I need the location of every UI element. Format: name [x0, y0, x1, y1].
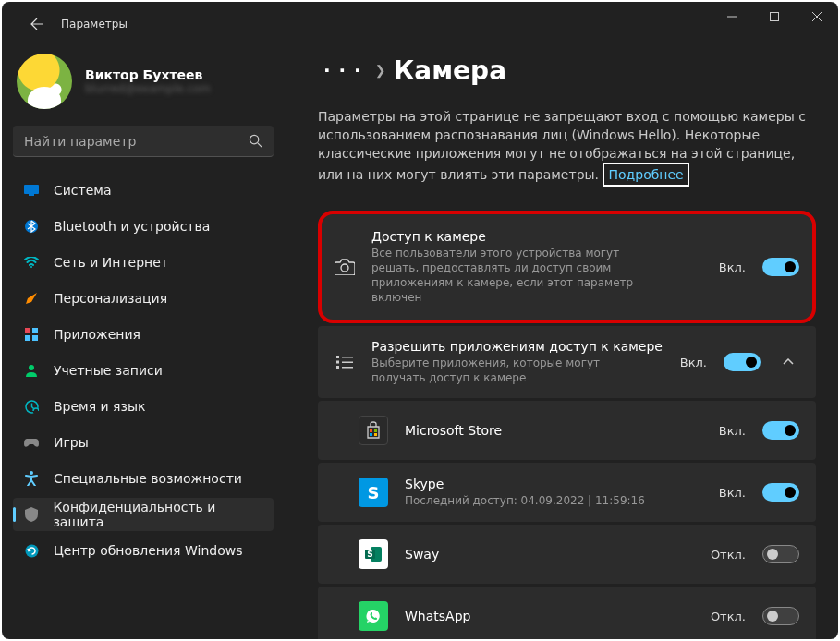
search-input[interactable]: [24, 134, 249, 149]
nav-bluetooth[interactable]: Bluetooth и устройства: [13, 210, 274, 243]
svg-rect-6: [25, 328, 30, 333]
app-row-store[interactable]: Microsoft Store Вкл.: [318, 401, 816, 460]
apps-icon: [24, 327, 39, 342]
svg-point-13: [30, 471, 33, 475]
nav-system[interactable]: Система: [13, 174, 274, 207]
nav-label: Персонализация: [54, 291, 167, 306]
toggle-app-sway[interactable]: [762, 545, 799, 563]
toggle-app-store[interactable]: [762, 421, 799, 440]
app-name: Microsoft Store: [405, 423, 702, 438]
nav-time[interactable]: Время и язык: [13, 390, 274, 423]
close-button[interactable]: [796, 2, 838, 31]
nav-gaming[interactable]: Игры: [13, 426, 274, 459]
svg-rect-18: [336, 361, 339, 364]
card-subtitle: Все пользователи этого устройства могут …: [371, 246, 667, 305]
maximize-button[interactable]: [753, 2, 796, 31]
svg-point-14: [25, 544, 38, 557]
description-text: Параметры на этой странице не запрещают …: [318, 109, 806, 182]
toggle-state: Вкл.: [680, 356, 707, 369]
toggle-app-access[interactable]: [724, 353, 761, 371]
nav-label: Время и язык: [54, 399, 145, 414]
breadcrumb-ellipsis[interactable]: · · ·: [318, 55, 368, 85]
update-icon: [24, 543, 39, 558]
accessibility-icon: [24, 471, 39, 486]
svg-text:S: S: [367, 550, 372, 559]
nav-label: Сеть и Интернет: [54, 255, 168, 270]
settings-window: Параметры Виктор Бухтеев blurred@example…: [2, 2, 838, 639]
nav-label: Специальные возможности: [54, 471, 242, 486]
wifi-icon: [24, 255, 39, 270]
toggle-camera-access[interactable]: [762, 258, 799, 276]
toggle-state: Вкл.: [719, 486, 746, 500]
card-title: Разрешить приложениям доступ к камере: [371, 339, 663, 354]
svg-rect-20: [336, 366, 339, 369]
avatar: [17, 54, 72, 109]
nav-label: Учетные записи: [54, 363, 163, 378]
svg-rect-25: [374, 433, 377, 436]
profile-block[interactable]: Виктор Бухтеев blurred@example.com: [13, 46, 274, 122]
nav-personalization[interactable]: Персонализация: [13, 282, 274, 315]
back-button[interactable]: [17, 6, 54, 42]
clock-icon: [24, 399, 39, 414]
chevron-up-icon[interactable]: [777, 358, 799, 366]
nav-label: Конфиденциальность и защита: [53, 500, 262, 529]
learn-more-link[interactable]: Подробнее: [603, 163, 688, 187]
nav-accounts[interactable]: Учетные записи: [13, 354, 274, 387]
gamepad-icon: [24, 435, 39, 450]
svg-rect-7: [32, 328, 38, 333]
page-description: Параметры на этой странице не запрещают …: [318, 107, 816, 187]
breadcrumb: · · · ❯ Камера: [318, 46, 816, 94]
chevron-right-icon: ❯: [375, 63, 386, 78]
svg-rect-16: [336, 356, 339, 358]
svg-rect-2: [24, 185, 39, 194]
nav-label: Bluetooth и устройства: [54, 219, 210, 234]
nav-apps[interactable]: Приложения: [13, 318, 274, 351]
nav-label: Система: [54, 183, 111, 198]
svg-rect-19: [342, 362, 353, 364]
person-icon: [24, 363, 39, 378]
nav-label: Центр обновления Windows: [54, 543, 242, 558]
toggle-state: Откл.: [711, 610, 746, 623]
nav-network[interactable]: Сеть и Интернет: [13, 246, 274, 279]
card-title: Доступ к камере: [371, 229, 702, 244]
card-camera-access[interactable]: Доступ к камере Все пользователи этого у…: [318, 211, 816, 323]
toggle-app-skype[interactable]: [762, 483, 799, 502]
svg-rect-3: [29, 194, 34, 196]
search-box[interactable]: [13, 126, 274, 157]
svg-point-10: [29, 365, 34, 370]
app-icon-skype: S: [359, 478, 388, 507]
page-title: Камера: [393, 55, 506, 86]
minimize-button[interactable]: [711, 2, 753, 31]
app-icon-sway: S: [359, 539, 388, 569]
app-icon-store: [359, 416, 388, 445]
nav-privacy[interactable]: Конфиденциальность и защита: [13, 498, 274, 531]
app-row-whatsapp[interactable]: WhatsApp Откл.: [318, 587, 816, 639]
nav-list: Система Bluetooth и устройства Сеть и Ин…: [13, 174, 274, 567]
svg-point-1: [250, 135, 258, 143]
svg-point-5: [30, 266, 32, 268]
sidebar: Виктор Бухтеев blurred@example.com Систе…: [2, 46, 285, 639]
profile-name: Виктор Бухтеев: [85, 67, 211, 82]
card-app-access[interactable]: Разрешить приложениям доступ к камере Вы…: [318, 326, 816, 398]
app-name: Sway: [405, 547, 694, 562]
nav-accessibility[interactable]: Специальные возможности: [13, 462, 274, 495]
svg-rect-21: [342, 367, 353, 369]
toggle-app-whatsapp[interactable]: [762, 607, 799, 625]
app-row-skype[interactable]: S Skype Последний доступ: 04.09.2022 | 1…: [318, 463, 816, 522]
app-row-sway[interactable]: S Sway Откл.: [318, 525, 816, 584]
svg-rect-8: [25, 335, 30, 341]
app-name: WhatsApp: [405, 609, 694, 623]
system-icon: [24, 183, 39, 198]
app-name: Skype: [405, 477, 702, 491]
profile-email: blurred@example.com: [85, 82, 211, 95]
list-icon: [335, 356, 355, 369]
nav-update[interactable]: Центр обновления Windows: [13, 534, 274, 567]
nav-label: Игры: [54, 435, 89, 450]
svg-rect-0: [771, 13, 779, 21]
svg-rect-24: [370, 433, 372, 436]
window-title: Параметры: [61, 18, 128, 30]
app-last-access: Последний доступ: 04.09.2022 | 11:59:16: [405, 493, 702, 508]
main-content: · · · ❯ Камера Параметры на этой страниц…: [285, 46, 838, 639]
svg-rect-17: [342, 357, 353, 358]
app-icon-whatsapp: [359, 601, 388, 631]
